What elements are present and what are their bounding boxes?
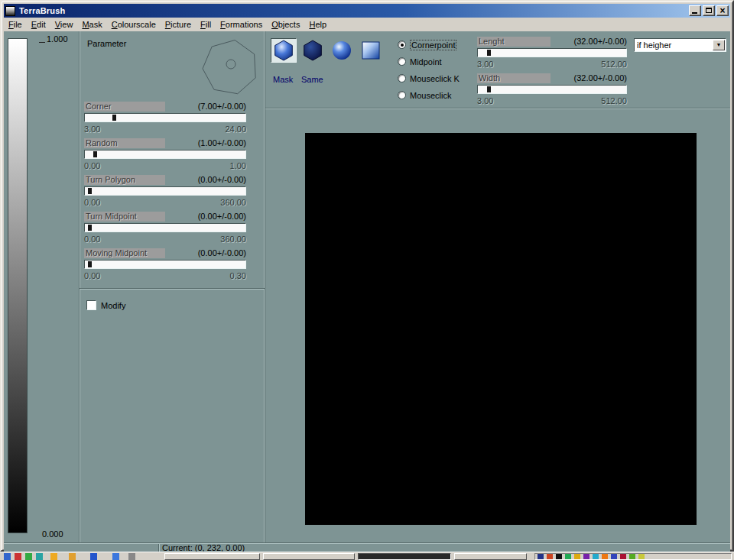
width-slider-handle[interactable] <box>487 86 491 92</box>
same-link[interactable]: Same <box>301 75 323 84</box>
corner-slider-label-box: Corner <box>84 102 165 112</box>
maximize-button[interactable] <box>703 5 715 16</box>
moving-midpoint-slider-track[interactable] <box>84 260 246 269</box>
taskbar-icon[interactable] <box>4 553 11 560</box>
menu-fill[interactable]: Fill <box>196 18 216 31</box>
brush-sphere-button[interactable] <box>329 38 355 63</box>
screen: TerraBrush × File Edit View Mask Colours… <box>0 0 734 560</box>
brush-hexagon-button[interactable] <box>271 38 297 63</box>
taskbar[interactable] <box>0 552 734 560</box>
radio-mouseclick-k[interactable]: Mouseclick K <box>398 73 460 83</box>
app-icon[interactable] <box>5 6 15 16</box>
parameter-panel: Parameter Corner (7.00+/-0.00) 3.00 24.0… <box>79 31 265 542</box>
tray-icon[interactable] <box>638 554 645 559</box>
taskbar-button[interactable] <box>263 553 355 560</box>
width-slider-track[interactable] <box>477 85 627 94</box>
tray-icon[interactable] <box>620 554 626 559</box>
statusbar: Current: (0, 232, 0.00) <box>4 542 730 552</box>
tray-icon[interactable] <box>611 554 617 559</box>
colourscale-gradient[interactable] <box>8 38 28 533</box>
brush-hexagon-dark-button[interactable] <box>300 38 326 63</box>
slider-name: Lenght <box>477 37 550 47</box>
tray-icon[interactable] <box>593 554 599 559</box>
dropdown-value: if heigher <box>637 40 671 50</box>
tray-icon[interactable] <box>583 554 589 559</box>
window-title: TerraBrush <box>19 6 65 15</box>
moving-midpoint-slider-handle[interactable] <box>88 261 92 267</box>
chevron-down-icon[interactable]: ▼ <box>713 40 725 50</box>
turn-midpoint-slider-label-box: Turn Midpoint <box>84 212 165 222</box>
width-slider-label-box: Width <box>477 73 550 83</box>
app-window: TerraBrush × File Edit View Mask Colours… <box>0 0 734 552</box>
length-slider-handle[interactable] <box>487 50 491 56</box>
menu-mask[interactable]: Mask <box>77 18 106 31</box>
radio-cornerpoint[interactable]: Cornerpoint <box>398 40 456 50</box>
taskbar-icon[interactable] <box>50 553 57 560</box>
slider-min: 0.00 <box>84 235 100 244</box>
random-slider-track[interactable] <box>84 150 246 159</box>
menu-colourscale[interactable]: Colourscale <box>107 18 161 31</box>
minimize-button[interactable] <box>689 5 701 16</box>
menu-edit[interactable]: Edit <box>27 18 50 31</box>
slider-value: (32.00+/-0.00) <box>574 73 627 83</box>
toolbar-divider <box>265 108 730 108</box>
taskbar-icon[interactable] <box>36 553 43 560</box>
tray-icon[interactable] <box>602 554 608 559</box>
terrain-canvas[interactable] <box>305 133 697 525</box>
taskbar-icon[interactable] <box>69 553 76 560</box>
parameter-panel-title: Parameter <box>87 39 126 48</box>
taskbar-button[interactable] <box>454 553 527 560</box>
combine-mode-dropdown[interactable]: if heigher ▼ <box>634 38 726 52</box>
radio-icon <box>398 57 406 66</box>
right-region: Mask Same Cornerpoint Midpoint Mouseclic… <box>265 31 730 542</box>
turn-midpoint-slider-handle[interactable] <box>88 225 92 231</box>
menu-picture[interactable]: Picture <box>161 18 196 31</box>
taskbar-button[interactable] <box>164 553 260 560</box>
menu-objects[interactable]: Objects <box>267 18 304 31</box>
radio-label: Cornerpoint <box>410 40 456 50</box>
taskbar-icon[interactable] <box>15 553 21 560</box>
turn-midpoint-slider-track[interactable] <box>84 223 246 232</box>
menu-formations[interactable]: Formations <box>216 18 267 31</box>
taskbar-icon[interactable] <box>25 553 32 560</box>
menu-view[interactable]: View <box>50 18 78 31</box>
corner-slider-track[interactable] <box>84 113 246 122</box>
tray-icon[interactable] <box>629 554 635 559</box>
slider-value: (0.00+/-0.00) <box>198 175 246 185</box>
close-icon: × <box>717 5 728 16</box>
titlebar[interactable]: TerraBrush × <box>4 4 730 18</box>
slider-value: (1.00+/-0.00) <box>198 138 246 148</box>
tray-icon[interactable] <box>538 554 544 559</box>
tray-icon[interactable] <box>574 554 580 559</box>
taskbar-icon[interactable] <box>112 553 119 560</box>
menu-help[interactable]: Help <box>304 18 331 31</box>
corner-slider-handle[interactable] <box>112 115 116 121</box>
hexagon-bright-icon <box>273 40 294 61</box>
radio-midpoint[interactable]: Midpoint <box>398 57 442 66</box>
maximize-icon <box>706 8 712 13</box>
menu-file[interactable]: File <box>4 18 27 31</box>
radio-mouseclick[interactable]: Mouseclick <box>398 90 451 100</box>
taskbar-icon[interactable] <box>90 553 97 560</box>
moving-midpoint-slider-label-box: Moving Midpoint <box>84 248 165 258</box>
brush-square-button[interactable] <box>358 38 384 63</box>
turn-polygon-slider-label-box: Turn Polygon <box>84 175 165 185</box>
random-slider-handle[interactable] <box>93 151 97 157</box>
taskbar-icon[interactable] <box>128 553 135 560</box>
close-button[interactable]: × <box>716 5 729 16</box>
mask-link[interactable]: Mask <box>273 75 293 84</box>
taskbar-button[interactable] <box>358 553 451 560</box>
slider-name: Random <box>84 138 165 148</box>
system-tray[interactable] <box>534 553 732 560</box>
panel-divider <box>80 288 265 289</box>
tray-icon[interactable] <box>556 554 562 559</box>
slider-name: Turn Midpoint <box>84 212 165 222</box>
slider-max: 1.00 <box>230 161 246 171</box>
tray-icon[interactable] <box>565 554 571 559</box>
turn-polygon-slider-track[interactable] <box>84 186 246 196</box>
hexagon-dark-icon <box>302 40 323 61</box>
modify-checkbox[interactable] <box>86 300 96 310</box>
length-slider-track[interactable] <box>477 48 627 57</box>
turn-polygon-slider-handle[interactable] <box>88 188 92 194</box>
tray-icon[interactable] <box>547 554 553 559</box>
